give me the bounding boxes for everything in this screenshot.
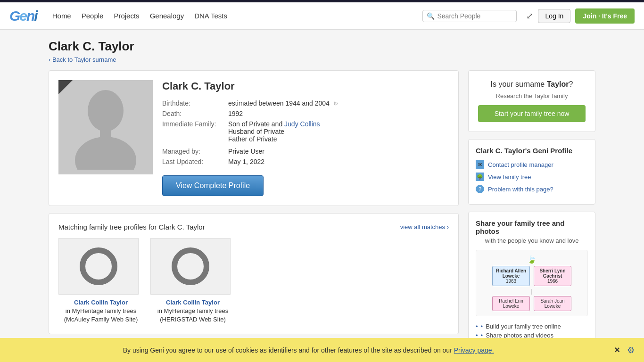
join-button[interactable]: Join · It's Free — [575, 8, 635, 24]
start-tree-button[interactable]: Start your family tree now — [478, 105, 586, 122]
birthdate-row: Birthdate: estimated between 1944 and 20… — [162, 99, 449, 107]
geni-profile-title: Clark C. Taylor's Geni Profile — [476, 147, 588, 155]
back-link[interactable]: ‹ Back to Taylor surname — [49, 56, 116, 63]
profile-card: Clark C. Taylor Birthdate: estimated bet… — [49, 70, 459, 206]
problem-link[interactable]: Problem with this page? — [488, 186, 553, 193]
geni-profile-box: Clark C. Taylor's Geni Profile ✉ Contact… — [468, 139, 595, 205]
judy-collins-link[interactable]: Judy Collins — [284, 120, 320, 128]
matching-header: Matching family tree profiles for Clark … — [58, 223, 449, 231]
updated-row: Last Updated: May 1, 2022 — [162, 158, 449, 165]
svg-point-1 — [75, 137, 136, 170]
search-icon: 🔍 — [427, 12, 435, 20]
managed-label: Managed by: — [162, 148, 223, 155]
view-tree-link[interactable]: View family tree — [488, 173, 531, 181]
managed-row: Managed by: Private User — [162, 148, 449, 155]
main-content: Clark C. Taylor ‹ Back to Taylor surname — [39, 30, 605, 362]
match-thumb-2 — [150, 238, 231, 295]
main-nav: Home People Projects Genealogy DNA Tests — [51, 10, 413, 22]
search-input[interactable] — [437, 12, 512, 20]
match-item-2: Clark Collin Taylor in MyHeritage family… — [150, 238, 235, 324]
share-icon[interactable]: ⤢ — [526, 11, 533, 21]
left-panel: Clark C. Taylor Birthdate: estimated bet… — [49, 70, 459, 362]
problem-action: ? Problem with this page? — [476, 185, 588, 193]
matching-items: Clark Collin Taylor in MyHeritage family… — [58, 238, 449, 324]
birthdate-value: estimated between 1944 and 2004 ↻ — [228, 99, 338, 107]
tree-icon: 🌳 — [476, 173, 484, 181]
view-complete-profile-button[interactable]: View Complete Profile — [162, 175, 264, 196]
match-label-1: Clark Collin Taylor in MyHeritage family… — [58, 298, 143, 324]
profile-photo-wrap — [58, 80, 153, 174]
nav-projects[interactable]: Projects — [113, 10, 140, 22]
match-label-2: Clark Collin Taylor in MyHeritage family… — [150, 298, 235, 324]
matching-title: Matching family tree profiles for Clark … — [58, 223, 205, 231]
death-label: Death: — [162, 110, 223, 117]
cookie-settings-button[interactable]: ⚙ — [627, 345, 635, 355]
svg-point-0 — [88, 90, 124, 132]
login-button[interactable]: Log In — [538, 9, 570, 23]
nav-people[interactable]: People — [81, 10, 105, 22]
view-tree-action: 🌳 View family tree — [476, 173, 588, 181]
right-panel: Is your surname Taylor? Research the Tay… — [468, 70, 595, 362]
cookie-close-button[interactable]: × — [614, 345, 620, 355]
refresh-icon[interactable]: ↻ — [333, 100, 338, 107]
profile-photo — [58, 80, 153, 174]
matching-section: Matching family tree profiles for Clark … — [49, 213, 459, 334]
help-icon: ? — [476, 185, 484, 193]
profile-details: Clark C. Taylor Birthdate: estimated bet… — [162, 80, 449, 196]
surname-box: Is your surname Taylor? Research the Tay… — [468, 70, 595, 132]
share-title: Share your family tree and photos — [476, 219, 588, 235]
family-tree-preview: 🍃 Richard Allen Loweke 1963 Sherri Lynn … — [476, 250, 588, 316]
page-title-area: Clark C. Taylor ‹ Back to Taylor surname — [49, 39, 595, 63]
silhouette-svg — [68, 85, 143, 170]
updated-value: May 1, 2022 — [228, 158, 264, 165]
view-all-link[interactable]: view all matches › — [400, 223, 449, 230]
privacy-link[interactable]: Privacy page. — [454, 346, 494, 354]
match-item-1: Clark Collin Taylor in MyHeritage family… — [58, 238, 143, 324]
contact-profile-link[interactable]: Contact profile manager — [488, 161, 553, 168]
nav-home[interactable]: Home — [51, 10, 72, 22]
family-row: Immediate Family: Son of Private and Jud… — [162, 120, 449, 143]
nav-genealogy[interactable]: Genealogy — [149, 10, 185, 22]
profile-name-detail: Clark C. Taylor — [162, 80, 449, 92]
bullet-1: • Build your family tree online — [476, 322, 588, 331]
family-value: Son of Private and Judy Collins Husband … — [228, 120, 320, 143]
updated-label: Last Updated: — [162, 158, 223, 165]
cookie-text: By using Geni you agree to our use of co… — [9, 346, 607, 354]
svg-rect-2 — [100, 128, 111, 140]
content-area: Clark C. Taylor Birthdate: estimated bet… — [49, 70, 595, 362]
contact-action: ✉ Contact profile manager — [476, 160, 588, 169]
nav-dna-tests[interactable]: DNA Tests — [193, 10, 228, 22]
header-actions: ⤢ Log In Join · It's Free — [526, 8, 635, 24]
birthdate-label: Birthdate: — [162, 99, 223, 107]
cookie-banner: By using Geni you agree to our use of co… — [0, 338, 644, 362]
death-row: Death: 1992 — [162, 110, 449, 117]
search-bar: 🔍 — [422, 10, 517, 22]
page-title: Clark C. Taylor — [49, 39, 595, 54]
photo-corner — [58, 80, 73, 94]
managed-value: Private User — [228, 148, 264, 155]
surname-question: Is your surname Taylor? — [478, 80, 586, 89]
death-value: 1992 — [228, 110, 243, 117]
header: Geni Home People Projects Genealogy DNA … — [0, 2, 644, 30]
mail-icon: ✉ — [476, 160, 484, 169]
match-thumb-1 — [58, 238, 139, 295]
share-subtitle: with the people you know and love — [476, 237, 588, 244]
research-text: Research the Taylor family — [478, 92, 586, 99]
family-label: Immediate Family: — [162, 120, 223, 128]
logo[interactable]: Geni — [9, 8, 37, 24]
